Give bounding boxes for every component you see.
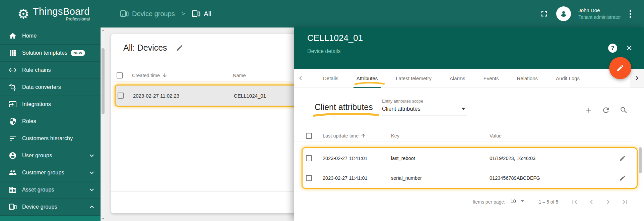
input-icon — [9, 100, 17, 108]
sidebar-item-label: Home — [22, 33, 37, 39]
first-page-icon[interactable] — [570, 198, 579, 206]
panel-scrollbar-track — [643, 69, 643, 221]
row-checkbox[interactable] — [306, 175, 312, 181]
sidebar-item-home[interactable]: Home — [0, 27, 101, 45]
close-icon[interactable] — [625, 44, 633, 52]
sidebar-item-user-groups[interactable]: User groups — [0, 147, 101, 164]
rule-chains-icon — [9, 66, 17, 74]
highlight-marker — [313, 112, 380, 117]
sidebar-item-label: Customers hierarchy — [22, 135, 73, 142]
device-created-time: 2023-02-27 11:02:23 — [133, 93, 179, 99]
tab-details[interactable]: Details — [314, 69, 347, 88]
scroll-down-arrow[interactable]: ▼ — [101, 216, 105, 221]
sidebar-item-label: Asset groups — [22, 187, 54, 193]
chevron-up-icon — [88, 203, 96, 211]
items-per-page-select[interactable]: 10 — [509, 198, 525, 206]
panel-scrollbar-thumb[interactable] — [639, 147, 642, 173]
tab-alarms[interactable]: Alarms — [441, 69, 474, 88]
attribute-row-serial-number[interactable]: 2023-02-27 11:41:01 serial_number 012345… — [303, 168, 637, 188]
scrollbar-thumb[interactable] — [102, 48, 105, 114]
sidebar-item-customers-hierarchy[interactable]: Customers hierarchy — [0, 130, 101, 147]
breadcrumb-separator: > — [182, 10, 185, 17]
devices-table-header: Created time Name — [111, 69, 292, 82]
last-page-icon[interactable] — [621, 198, 629, 206]
chevron-down-icon — [88, 169, 96, 177]
table-footer-divider — [111, 191, 294, 191]
thingsboard-logo[interactable]: ⚙ ThingsBoard Professional — [17, 6, 101, 21]
sidebar-item-label: Customer groups — [22, 170, 64, 176]
sidebar-item-label: Integrations — [22, 101, 51, 107]
breadcrumb-device-groups[interactable]: Device groups — [120, 9, 175, 18]
edit-attribute-icon[interactable] — [619, 155, 626, 162]
details-tab-bar: Details Attributes Latest telemetry Alar… — [294, 69, 644, 88]
sidebar-item-label: Rule chains — [22, 67, 51, 73]
sidebar-item-roles[interactable]: Roles — [0, 113, 101, 130]
edit-attribute-icon[interactable] — [619, 175, 626, 181]
column-created-time[interactable]: Created time — [132, 72, 168, 78]
previous-page-icon[interactable] — [587, 198, 596, 206]
attributes-table-header: Last update time Key Value — [294, 130, 632, 142]
fullscreen-button[interactable] — [539, 9, 549, 18]
details-panel-header: CELL1024_01 Device details ? — [294, 27, 644, 69]
column-value[interactable]: Value — [490, 133, 502, 139]
more-menu-button[interactable] — [628, 9, 633, 19]
attributes-heading: Client attributes — [315, 102, 373, 112]
tabs-scroll-right-button[interactable] — [630, 69, 644, 88]
user-info[interactable]: John Doe Tenant administrator — [578, 7, 621, 20]
sidebar-item-label: Solution templates — [22, 50, 67, 56]
fullscreen-icon — [539, 9, 549, 18]
refresh-icon[interactable] — [602, 106, 610, 114]
select-all-checkbox[interactable] — [117, 72, 123, 78]
attribute-value: 0123456789ABCDEFG — [490, 175, 540, 181]
help-icon[interactable]: ? — [608, 44, 617, 53]
device-details-panel: CELL1024_01 Device details ? Details Att… — [294, 27, 644, 221]
transform-icon — [9, 83, 17, 91]
device-groups-icon — [120, 9, 129, 18]
row-checkbox[interactable] — [118, 93, 124, 99]
scope-label: Entity attributes scope — [382, 99, 467, 104]
sidebar-item-asset-groups[interactable]: Asset groups — [0, 181, 101, 199]
person-icon — [559, 9, 569, 19]
sort-asc-icon — [361, 133, 366, 139]
building-icon — [9, 186, 17, 194]
items-per-page-value: 10 — [511, 199, 516, 204]
breadcrumb-all[interactable]: All — [192, 9, 211, 18]
next-page-icon[interactable] — [604, 198, 613, 206]
row-checkbox[interactable] — [306, 155, 312, 161]
edit-device-fab[interactable] — [609, 57, 631, 79]
select-all-checkbox[interactable] — [306, 133, 312, 139]
tab-events[interactable]: Events — [474, 69, 508, 88]
column-key[interactable]: Key — [391, 133, 399, 139]
sidebar-item-integrations[interactable]: Integrations — [0, 96, 101, 113]
tab-relations[interactable]: Relations — [508, 69, 547, 88]
apps-grid-icon — [9, 49, 17, 57]
column-name[interactable]: Name — [233, 73, 246, 78]
column-last-update-time[interactable]: Last update time — [323, 133, 366, 139]
device-name: CELL1024_01 — [234, 93, 266, 99]
vertical-scrollbar[interactable]: ▲ ▼ — [101, 27, 105, 221]
user-avatar[interactable] — [556, 6, 571, 21]
entity-group-title: All: Devices — [123, 43, 167, 53]
sidebar-item-solution-templates[interactable]: Solution templates NEW — [0, 45, 101, 62]
search-icon[interactable] — [620, 106, 628, 114]
tab-latest-telemetry[interactable]: Latest telemetry — [387, 69, 441, 88]
brand-name: ThingsBoard — [33, 6, 90, 17]
sidebar-item-device-groups[interactable]: Device groups — [0, 199, 101, 216]
sidebar-item-customer-groups[interactable]: Customer groups — [0, 164, 101, 181]
chevron-down-icon — [88, 186, 96, 194]
edit-group-icon[interactable] — [176, 44, 183, 52]
attribute-row-last-reboot[interactable]: 2023-02-27 11:41:01 last_reboot 01/19/20… — [303, 148, 637, 168]
items-per-page-label: Items per page: — [473, 199, 505, 205]
tab-audit-logs[interactable]: Audit Logs — [547, 69, 589, 88]
scroll-up-arrow[interactable]: ▲ — [101, 28, 105, 32]
attributes-paginator: Items per page: 10 1 – 5 of 5 — [473, 195, 629, 209]
entity-attributes-scope-select[interactable]: Entity attributes scope Client attribute… — [382, 99, 467, 115]
user-name: John Doe — [578, 7, 621, 14]
add-attribute-icon[interactable] — [584, 106, 592, 114]
device-groups-icon — [192, 9, 200, 18]
sidebar-item-rule-chains[interactable]: Rule chains — [0, 62, 101, 79]
tab-attributes[interactable]: Attributes — [347, 69, 387, 88]
tabs-scroll-left-icon[interactable] — [297, 74, 305, 82]
attribute-last-update-time: 2023-02-27 11:41:01 — [323, 175, 368, 181]
sidebar-item-data-converters[interactable]: Data converters — [0, 79, 101, 96]
